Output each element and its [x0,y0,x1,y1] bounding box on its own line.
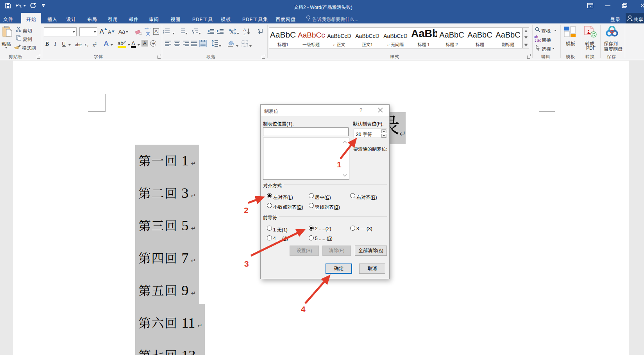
svg-text:Z: Z [243,32,246,36]
svg-text:A: A [243,28,246,32]
